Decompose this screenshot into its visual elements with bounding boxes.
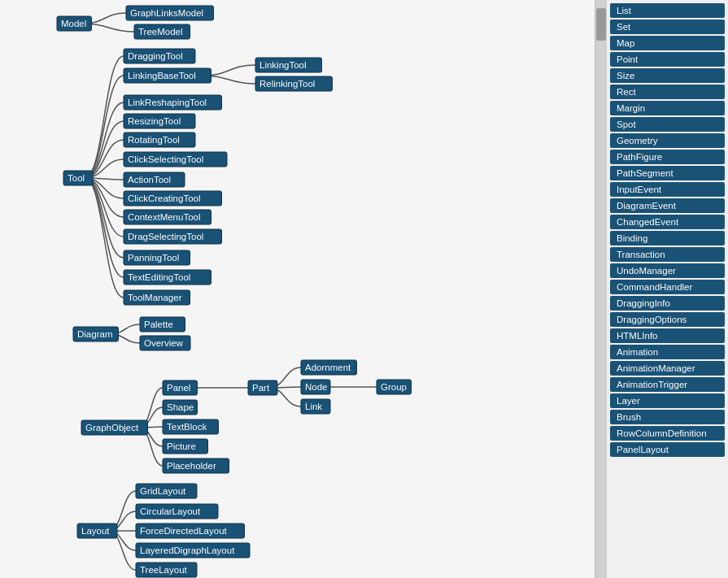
node-label-palette: Palette [144, 319, 173, 329]
node-label-linkingtool: LinkingTool [259, 60, 307, 70]
right-panel-item-diagramevent[interactable]: DiagramEvent [610, 198, 725, 213]
vertical-scrollbar[interactable] [595, 0, 606, 578]
node-label-linkingbasetool: LinkingBaseTool [128, 71, 196, 80]
edge-Tool-ToolManager [85, 178, 124, 298]
diagram-area: ModelGraphLinksModelTreeModelToolDraggin… [0, 0, 595, 578]
node-label-dragselectingtool: DragSelectingTool [128, 232, 203, 241]
node-label-adornment: Adornment [305, 363, 351, 372]
right-panel-item-rect[interactable]: Rect [610, 85, 725, 99]
node-label-treelayout: TreeLayout [140, 565, 188, 575]
node-label-gridlayout: GridLayout [140, 486, 186, 496]
right-panel-item-size[interactable]: Size [610, 68, 725, 83]
node-label-toolmanager: ToolManager [128, 293, 182, 302]
node-label-contextmenutool: ContextMenuTool [128, 212, 201, 222]
right-panel-item-undomanager[interactable]: UndoManager [610, 263, 725, 278]
right-panel-item-dragginginfo[interactable]: DraggingInfo [610, 296, 725, 311]
node-label-texteditingtool: TextEditingTool [128, 272, 190, 282]
edge-Tool-LinkingBaseTool [85, 76, 124, 178]
right-panel-item-animation[interactable]: Animation [610, 345, 725, 359]
node-label-part: Part [252, 383, 270, 393]
tree-diagram: ModelGraphLinksModelTreeModelToolDraggin… [0, 0, 594, 578]
right-panel-item-panellayout[interactable]: PanelLayout [610, 442, 725, 457]
node-label-forcedirectedlayout: ForceDirectedLayout [140, 526, 228, 536]
node-label-picture: Picture [167, 441, 196, 451]
node-label-rotatingtool: RotatingTool [128, 135, 180, 145]
node-label-treemodel: TreeModel [138, 27, 183, 37]
right-panel-item-rowcolumndefinition[interactable]: RowColumnDefinition [610, 426, 725, 441]
node-label-panel: Panel [167, 383, 190, 393]
right-panel-item-inputevent[interactable]: InputEvent [610, 182, 725, 197]
right-panel-item-pathfigure[interactable]: PathFigure [610, 150, 725, 164]
right-panel-item-geometry[interactable]: Geometry [610, 133, 725, 148]
node-label-textblock: TextBlock [167, 422, 207, 432]
right-panel-item-brush[interactable]: Brush [610, 410, 725, 424]
right-panel-item-binding[interactable]: Binding [610, 231, 725, 246]
node-label-actiontool: ActionTool [128, 175, 171, 185]
right-panel-item-layer[interactable]: Layer [610, 393, 725, 408]
right-panel-item-transaction[interactable]: Transaction [610, 247, 725, 262]
edge-Tool-TextEditingTool [85, 178, 124, 277]
node-label-panningtool: PanningTool [128, 253, 179, 263]
node-label-shape: Shape [167, 402, 194, 412]
right-panel-item-map[interactable]: Map [610, 36, 725, 50]
node-label-model: Model [61, 19, 86, 28]
right-panel-item-animationtrigger[interactable]: AnimationTrigger [610, 377, 725, 392]
node-label-circularlayout: CircularLayout [140, 506, 201, 516]
right-panel-item-set[interactable]: Set [610, 20, 725, 34]
node-label-clickcreatingtool: ClickCreatingTool [128, 193, 200, 203]
right-panel-item-draggingoptions[interactable]: DraggingOptions [610, 312, 725, 327]
node-label-graphlinksmodel: GraphLinksModel [130, 8, 203, 18]
right-panel: ListSetMapPointSizeRectMarginSpotGeometr… [606, 0, 728, 578]
node-label-relinkingtool: RelinkingTool [259, 79, 315, 89]
node-label-placeholder: Placeholder [167, 461, 216, 471]
node-label-graphobject: GraphObject [85, 423, 139, 432]
right-panel-item-commandhandler[interactable]: CommandHandler [610, 280, 725, 294]
right-panel-item-pathsegment[interactable]: PathSegment [610, 166, 725, 180]
right-panel-item-animationmanager[interactable]: AnimationManager [610, 361, 725, 376]
node-label-overview: Overview [144, 338, 184, 348]
node-label-draggingtool: DraggingTool [128, 51, 183, 61]
node-label-layereddigraphlayout: LayeredDigraphLayout [140, 545, 235, 555]
node-label-diagram: Diagram [77, 329, 112, 339]
right-panel-item-spot[interactable]: Spot [610, 117, 725, 132]
right-panel-item-htmlinfo[interactable]: HTMLInfo [610, 328, 725, 343]
node-label-linkreshapingtool: LinkReshapingTool [128, 98, 207, 107]
edge-Tool-PanningTool [85, 178, 124, 258]
right-panel-item-point[interactable]: Point [610, 52, 725, 67]
right-panel-item-list[interactable]: List [610, 3, 725, 18]
node-label-link: Link [305, 402, 322, 411]
node-label-clickselectingtool: ClickSelectingTool [128, 154, 203, 164]
node-label-resizingtool: ResizingTool [128, 116, 181, 126]
node-label-node: Node [305, 382, 328, 392]
node-label-tool: Tool [68, 173, 85, 183]
node-label-layout: Layout [81, 526, 110, 536]
right-panel-item-changedevent[interactable]: ChangedEvent [610, 215, 725, 229]
scrollbar-thumb[interactable] [596, 8, 606, 41]
right-panel-item-margin[interactable]: Margin [610, 101, 725, 115]
node-label-group: Group [381, 382, 407, 392]
